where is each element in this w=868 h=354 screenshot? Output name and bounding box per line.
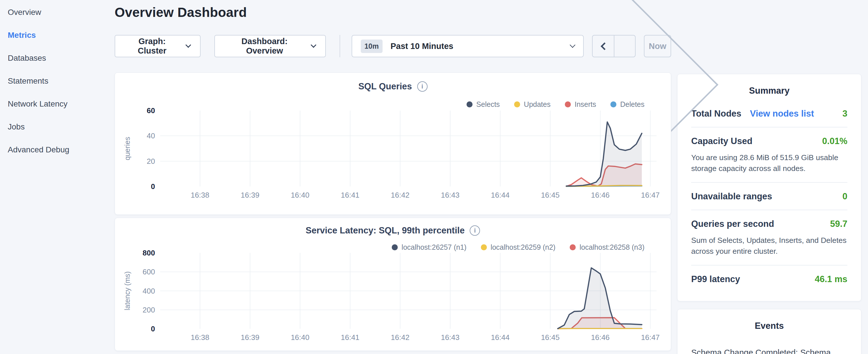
summary-row-note: Sum of Selects, Updates, Inserts, and De… xyxy=(691,235,847,257)
time-range-badge: 10m xyxy=(361,39,382,53)
svg-text:16:41: 16:41 xyxy=(341,191,359,199)
chart-plot: 16:3816:3916:4016:4116:4216:4316:4416:45… xyxy=(115,107,672,206)
svg-text:16:44: 16:44 xyxy=(491,191,509,199)
sidebar-item-advanced-debug[interactable]: Advanced Debug xyxy=(8,145,115,154)
time-nav-button-group xyxy=(592,35,636,57)
chart-plot: 16:3816:3916:4016:4116:4216:4316:4416:45… xyxy=(115,250,672,348)
svg-text:200: 200 xyxy=(143,305,155,314)
graph-dropdown-label: Graph: Cluster xyxy=(125,37,179,56)
controls-row: Graph: Cluster Dashboard: Overview 10m P… xyxy=(115,35,671,57)
summary-row-value: 59.7 xyxy=(830,219,847,229)
chart-title-text: SQL Queries xyxy=(358,81,412,92)
summary-row-label: Capacity Used xyxy=(691,136,752,147)
svg-text:16:44: 16:44 xyxy=(491,333,509,342)
info-icon[interactable]: i xyxy=(417,81,428,92)
time-range-picker[interactable]: 10m Past 10 Minutes xyxy=(351,35,584,57)
svg-text:16:46: 16:46 xyxy=(591,333,610,342)
legend-dot-icon xyxy=(565,101,571,107)
sql-queries-chart-card: SQL Queries i SelectsUpdatesInsertsDelet… xyxy=(115,72,671,215)
sidebar-nav-list: OverviewMetricsDatabasesStatementsNetwor… xyxy=(8,7,115,154)
time-forward-button[interactable] xyxy=(614,35,635,57)
vertical-divider xyxy=(340,35,340,57)
svg-text:800: 800 xyxy=(143,250,155,257)
summary-row-queries-per-second: Queries per second59.7Sum of Selects, Up… xyxy=(691,210,847,265)
svg-text:0: 0 xyxy=(151,182,155,191)
app: OverviewMetricsDatabasesStatementsNetwor… xyxy=(0,0,868,354)
svg-text:16:47: 16:47 xyxy=(641,191,660,199)
sidebar: OverviewMetricsDatabasesStatementsNetwor… xyxy=(0,0,115,354)
svg-text:queries: queries xyxy=(123,137,131,160)
summary-row-p99-latency: P99 latency46.1 ms xyxy=(691,265,847,292)
svg-text:0: 0 xyxy=(151,324,155,333)
svg-text:40: 40 xyxy=(147,131,155,140)
summary-rows: Total NodesView nodes list3Capacity Used… xyxy=(691,100,847,292)
main-content: Overview Dashboard Graph: Cluster Dashbo… xyxy=(115,0,671,354)
legend-dot-icon xyxy=(467,101,472,107)
svg-text:16:41: 16:41 xyxy=(341,333,359,342)
summary-row-total-nodes: Total NodesView nodes list3 xyxy=(691,100,847,127)
summary-row-label: Queries per second xyxy=(691,219,774,229)
summary-row-value: 3 xyxy=(842,108,847,119)
svg-text:16:45: 16:45 xyxy=(541,333,560,342)
svg-text:16:40: 16:40 xyxy=(291,333,309,342)
chevron-down-icon xyxy=(185,42,191,48)
view-nodes-list-link[interactable]: View nodes list xyxy=(750,108,814,119)
svg-text:16:45: 16:45 xyxy=(541,191,560,199)
chart-title: SQL Queries i xyxy=(115,81,671,92)
legend-dot-icon xyxy=(514,101,520,107)
graph-dropdown[interactable]: Graph: Cluster xyxy=(115,35,200,57)
svg-text:600: 600 xyxy=(143,267,155,276)
summary-row-label: P99 latency xyxy=(691,274,740,284)
sidebar-item-databases[interactable]: Databases xyxy=(8,53,115,63)
svg-text:20: 20 xyxy=(147,157,155,165)
dashboard-dropdown-label: Dashboard: Overview xyxy=(225,37,305,56)
summary-row-capacity-used: Capacity Used0.01%You are using 28.6 MiB… xyxy=(691,127,847,182)
summary-row-label: Total Nodes xyxy=(691,108,741,119)
chart-title: Service Latency: SQL, 99th percentile i xyxy=(115,225,671,236)
svg-text:16:38: 16:38 xyxy=(191,333,209,342)
svg-text:latency (ms): latency (ms) xyxy=(123,271,131,310)
chart-title-text: Service Latency: SQL, 99th percentile xyxy=(306,225,465,236)
sidebar-item-overview[interactable]: Overview xyxy=(8,7,115,17)
time-range-label: Past 10 Minutes xyxy=(391,41,571,51)
summary-panel: Summary Total NodesView nodes list3Capac… xyxy=(677,74,861,301)
events-panel: Events Schema Change Completed: Schema c… xyxy=(677,309,861,354)
svg-text:16:38: 16:38 xyxy=(191,191,209,199)
svg-text:16:46: 16:46 xyxy=(591,191,610,199)
summary-row-value: 0 xyxy=(842,191,847,202)
svg-text:400: 400 xyxy=(143,287,155,295)
svg-text:16:42: 16:42 xyxy=(391,333,409,342)
svg-text:16:47: 16:47 xyxy=(641,333,660,342)
chevron-down-icon xyxy=(311,42,316,48)
summary-row-value: 0.01% xyxy=(822,136,847,147)
sidebar-item-metrics[interactable]: Metrics xyxy=(8,30,115,40)
summary-row-unavailable-ranges: Unavailable ranges0 xyxy=(691,182,847,210)
sidebar-item-statements[interactable]: Statements xyxy=(8,76,115,86)
sidebar-item-jobs[interactable]: Jobs xyxy=(8,122,115,131)
summary-row-label: Unavailable ranges xyxy=(691,191,772,202)
svg-text:16:42: 16:42 xyxy=(391,191,409,199)
svg-text:16:43: 16:43 xyxy=(441,191,459,199)
events-list: Schema Change Completed: Schema change w… xyxy=(691,346,847,354)
dashboard-dropdown[interactable]: Dashboard: Overview xyxy=(214,35,326,57)
sidebar-item-network-latency[interactable]: Network Latency xyxy=(8,99,115,108)
events-title: Events xyxy=(691,321,847,331)
right-sidebar: Summary Total NodesView nodes list3Capac… xyxy=(677,0,861,354)
svg-text:60: 60 xyxy=(147,107,155,115)
svg-text:16:39: 16:39 xyxy=(241,333,259,342)
svg-text:16:43: 16:43 xyxy=(441,333,459,342)
service-latency-chart-card: Service Latency: SQL, 99th percentile i … xyxy=(115,218,671,351)
event-message: Schema Change Completed: Schema change w… xyxy=(691,346,847,354)
svg-text:16:39: 16:39 xyxy=(241,191,259,199)
info-icon[interactable]: i xyxy=(470,225,480,236)
legend-dot-icon xyxy=(610,101,616,107)
svg-text:16:40: 16:40 xyxy=(291,191,309,199)
summary-row-value: 46.1 ms xyxy=(815,274,847,284)
summary-row-note: You are using 28.6 MiB of 515.9 GiB usab… xyxy=(691,152,847,174)
